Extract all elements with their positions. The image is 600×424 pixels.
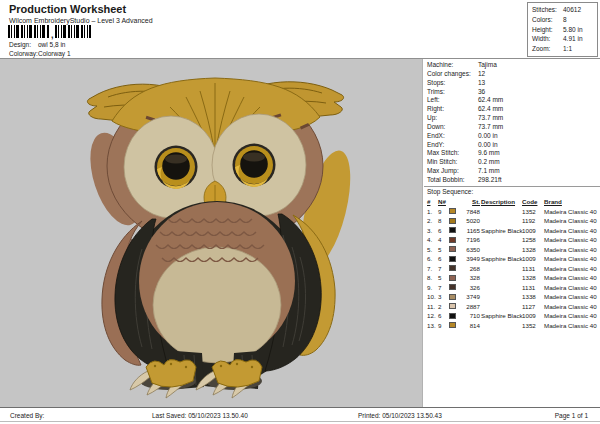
thread-color-swatch <box>449 246 456 252</box>
machine-detail-value: 0.00 in <box>478 132 599 141</box>
stitch-count: 1165 <box>459 226 480 236</box>
thread-description: Sapphire Black <box>481 311 521 321</box>
machine-detail-value: 298.21ft <box>478 176 599 185</box>
machine-detail-label: Left: <box>427 96 478 105</box>
stop-sequence-row: 11.228871127Madeira Classic 40 <box>427 302 600 312</box>
machine-detail-label: Total Bobbin: <box>427 176 478 185</box>
stop-sequence-title: Stop Sequence: <box>427 188 473 195</box>
machine-detail-label: Up: <box>427 114 478 123</box>
stop-number: 12. <box>427 311 437 321</box>
machine-detail-label: Min Stitch: <box>427 158 478 167</box>
thread-color-swatch <box>449 303 456 309</box>
machine-detail-label: Color changes: <box>427 70 478 79</box>
stop-number: 2. <box>427 216 437 226</box>
thread-code: 1352 <box>522 207 543 217</box>
header-label: Description <box>481 198 515 205</box>
thread-code: 1328 <box>522 245 543 255</box>
thread-code: 1009 <box>522 254 543 264</box>
stat-row: Colors:8 <box>532 15 597 25</box>
header-col-num: # <box>427 197 437 207</box>
stitch-count: 814 <box>459 321 480 331</box>
needle-number: 3 <box>438 292 448 302</box>
thread-description: Sapphire Black <box>481 226 521 236</box>
colorway-value: Colorway 1 <box>38 50 71 57</box>
thread-code: 1352 <box>522 321 543 331</box>
machine-detail-value: 7.1 mm <box>478 167 599 176</box>
barcode-bars-left <box>8 25 50 38</box>
header-label: Code <box>522 198 537 205</box>
footer-printed: Printed: 05/10/2023 13.50.43 <box>358 412 442 419</box>
machine-detail-label: Max Jump: <box>427 167 478 176</box>
colorway-label: Colorway: <box>9 50 38 57</box>
header-label: N# <box>438 198 446 205</box>
machine-detail-row: EndY:0.00 in <box>427 141 599 150</box>
design-stats-box: Stitches:40612Colors:8Height:5.80 inWidt… <box>527 2 598 57</box>
header-label: St. <box>472 198 480 205</box>
needle-number: 2 <box>438 302 448 312</box>
thread-code: 1131 <box>522 283 543 293</box>
thread-color-swatch <box>449 284 456 290</box>
machine-detail-row: EndX:0.00 in <box>427 132 599 141</box>
stat-row: Width:4.91 in <box>532 34 597 44</box>
thread-brand: Madeira Classic 40 <box>544 207 600 217</box>
thread-brand: Madeira Classic 40 <box>544 321 600 331</box>
thread-description: Sapphire Black <box>481 254 521 264</box>
thread-code: 1328 <box>522 273 543 283</box>
machine-detail-row: Stops:13 <box>427 79 599 88</box>
footer-last-saved: Last Saved: 05/10/2023 13.50.40 <box>152 412 248 419</box>
thread-brand: Madeira Classic 40 <box>544 226 600 236</box>
machine-detail-value: 0.2 mm <box>478 158 599 167</box>
stitch-count: 3749 <box>459 292 480 302</box>
needle-number: 5 <box>438 245 448 255</box>
machine-detail-value: 36 <box>478 88 599 97</box>
machine-details-panel: Machine:TajimaColor changes:12Stops:13Tr… <box>424 59 600 407</box>
owl-design-preview <box>0 59 423 407</box>
thread-brand: Madeira Classic 40 <box>544 245 600 255</box>
thread-swatch-cell <box>449 246 458 252</box>
stat-value: 1:1 <box>563 45 572 52</box>
stop-sequence-row: 6.63949Sapphire Black1009Madeira Classic… <box>427 254 600 264</box>
machine-detail-row: Machine:Tajima <box>427 61 599 70</box>
thread-brand: Madeira Classic 40 <box>544 235 600 245</box>
stop-sequence-row: 9.73261131Madeira Classic 40 <box>427 283 600 293</box>
stat-value: 4.91 in <box>563 35 583 42</box>
machine-details-list: Machine:TajimaColor changes:12Stops:13Tr… <box>427 61 599 185</box>
stop-sequence-row: 4.471961258Madeira Classic 40 <box>427 235 600 245</box>
stop-number: 5. <box>427 245 437 255</box>
stop-number: 8. <box>427 273 437 283</box>
thread-color-swatch <box>449 256 456 262</box>
thread-brand: Madeira Classic 40 <box>544 273 600 283</box>
stitch-count: 7196 <box>459 235 480 245</box>
needle-number: 5 <box>438 273 448 283</box>
header-col-code: Code <box>522 197 543 207</box>
stop-number: 10. <box>427 292 437 302</box>
stop-number: 1. <box>427 207 437 217</box>
machine-detail-label: Stops: <box>427 79 478 88</box>
thread-swatch-cell <box>449 294 458 300</box>
stat-row: Stitches:40612 <box>532 5 597 15</box>
footer-page-number: Page 1 of 1 <box>555 412 588 419</box>
thread-color-swatch <box>449 227 456 233</box>
thread-brand: Madeira Classic 40 <box>544 311 600 321</box>
machine-detail-value: 73.7 mm <box>478 123 599 132</box>
machine-detail-row: Color changes:12 <box>427 70 599 79</box>
thread-brand: Madeira Classic 40 <box>544 254 600 264</box>
page-title: Production Worksheet <box>9 3 126 15</box>
thread-color-swatch <box>449 275 456 281</box>
thread-color-swatch <box>449 208 456 214</box>
header-col-brand: Brand <box>544 197 600 207</box>
stitch-count: 328 <box>459 273 480 283</box>
stitch-count: 5020 <box>459 216 480 226</box>
stitch-count: 2887 <box>459 302 480 312</box>
needle-number: 7 <box>438 264 448 274</box>
stitch-count: 326 <box>459 283 480 293</box>
machine-detail-row: Right:62.4 mm <box>427 105 599 114</box>
thread-code: 1192 <box>522 216 543 226</box>
thread-swatch-cell <box>449 256 458 262</box>
app-subtitle: Wilcom EmbroideryStudio – Level 3 Advanc… <box>9 17 153 24</box>
stop-sequence-row: 1.978481352Madeira Classic 40 <box>427 207 600 217</box>
machine-detail-row: Up:73.7 mm <box>427 114 599 123</box>
owl-belly <box>153 247 281 363</box>
thread-swatch-cell <box>449 237 458 243</box>
barcode-bars-right <box>55 25 91 38</box>
